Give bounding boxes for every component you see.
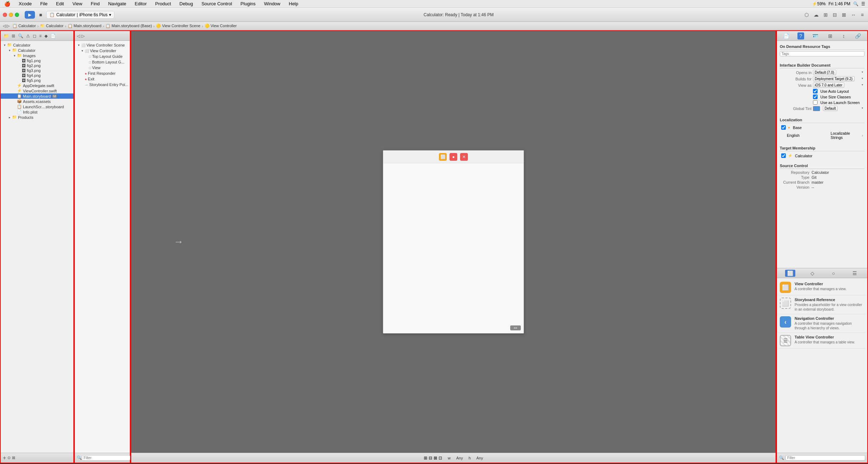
breadcrumb-base[interactable]: 📋 Main.storyboard (Base) bbox=[106, 24, 152, 28]
minimize-button[interactable] bbox=[9, 13, 13, 17]
builds-for-select[interactable]: Deployment Target (9.2) bbox=[813, 76, 855, 81]
tree-item-assets[interactable]: 📦 Assets.xcassets bbox=[1, 99, 73, 104]
connections-inspector-tab[interactable]: 🔗 bbox=[853, 32, 863, 39]
obj-vc-tab[interactable]: ⬜ bbox=[785, 270, 795, 277]
obj-table-tab[interactable]: ☰ bbox=[850, 270, 859, 277]
nav-debug-icon[interactable]: ≡ bbox=[38, 33, 42, 39]
auto-layout-checkbox[interactable] bbox=[813, 89, 818, 93]
tree-item-fig2[interactable]: 🖼 fig2.png bbox=[1, 63, 73, 68]
menu-debug[interactable]: Debug bbox=[178, 1, 194, 6]
outline-item-top-layout[interactable]: □ Top Layout Guide bbox=[75, 54, 130, 59]
global-tint-swatch[interactable] bbox=[813, 106, 820, 111]
outline-forward-icon[interactable]: ▷ bbox=[82, 33, 85, 38]
split-view-icon[interactable]: ⊟ bbox=[831, 11, 838, 18]
nav-breakpoint-icon[interactable]: ◆ bbox=[44, 33, 48, 39]
file-inspector-tab[interactable]: 📄 bbox=[781, 32, 791, 39]
any-width-label[interactable]: Any bbox=[456, 456, 463, 460]
obj-lib-nav-controller[interactable]: ‹ Navigation Controller A controller tha… bbox=[778, 314, 866, 333]
maximize-button[interactable] bbox=[15, 13, 19, 17]
run-button[interactable]: ▶ bbox=[25, 11, 35, 19]
nav-search-icon[interactable]: 🔍 bbox=[17, 33, 24, 39]
tags-input[interactable] bbox=[780, 51, 864, 56]
close-button[interactable] bbox=[3, 13, 7, 17]
identity-inspector-tab[interactable]: 🪪 bbox=[810, 32, 820, 39]
nav-test-icon[interactable]: ◻ bbox=[32, 33, 37, 39]
size-icon-3[interactable]: ⊠ bbox=[434, 456, 437, 460]
tree-item-products[interactable]: 📁 Products bbox=[1, 115, 73, 120]
menu-editor[interactable]: Editor bbox=[133, 1, 148, 6]
menu-file[interactable]: File bbox=[39, 1, 49, 6]
menu-source-control[interactable]: Source Control bbox=[200, 1, 234, 6]
opens-in-select[interactable]: Default (7.0) bbox=[813, 70, 836, 75]
outline-back-icon[interactable]: ◁ bbox=[77, 33, 80, 38]
size-icon-4[interactable]: ⊡ bbox=[439, 456, 442, 460]
tree-item-images[interactable]: 📁 Images bbox=[1, 53, 73, 58]
breadcrumb-mainstoryboard[interactable]: 📋 Main.storyboard bbox=[68, 24, 102, 28]
obj-lib-storyboard-ref[interactable]: ⬜ Storyboard Reference Provides a placeh… bbox=[778, 295, 866, 314]
view-as-select[interactable]: iOS 7.0 and Later bbox=[813, 83, 844, 88]
nav-add-button[interactable]: + bbox=[3, 455, 6, 461]
obj-circle-tab[interactable]: ○ bbox=[830, 270, 837, 277]
exit-icon[interactable]: ✕ bbox=[460, 153, 468, 161]
breadcrumb-vc[interactable]: 🟡 View Controller bbox=[205, 24, 237, 28]
vc-icon[interactable]: ⬜ bbox=[439, 153, 447, 161]
menu-help[interactable]: Help bbox=[288, 1, 300, 6]
menu-xcode[interactable]: Xcode bbox=[17, 1, 33, 6]
menu-view[interactable]: View bbox=[71, 1, 84, 6]
storyboard-frame[interactable]: ⬜ ● ✕ ≡≡ bbox=[383, 150, 524, 334]
nav-warning-icon[interactable]: ⚠ bbox=[25, 33, 31, 39]
apple-menu[interactable]: 🍎 bbox=[3, 1, 12, 7]
storyboard-content[interactable] bbox=[383, 163, 524, 333]
outline-item-first-responder[interactable]: ● First Responder bbox=[75, 71, 130, 76]
assistant-icon[interactable]: ⊠ bbox=[840, 11, 848, 18]
global-tint-select[interactable]: Default bbox=[823, 106, 838, 111]
scheme-selector[interactable]: 📋 Calculator | iPhone 6s Plus ▾ bbox=[46, 11, 114, 19]
layout-icon[interactable]: ⊞ bbox=[822, 11, 829, 18]
tree-item-mainstoryboard[interactable]: 📋 Main.storyboard M bbox=[1, 93, 73, 99]
attributes-inspector-tab[interactable]: ⊞ bbox=[826, 32, 834, 39]
menu-edit[interactable]: Edit bbox=[55, 1, 65, 6]
nav-source-icon[interactable]: ⊞ bbox=[11, 33, 16, 39]
nav-report-icon[interactable]: 📄 bbox=[50, 33, 56, 39]
obj-lib-view-controller[interactable]: ⬜ View Controller A controller that mana… bbox=[778, 280, 866, 295]
quick-help-tab[interactable]: ? bbox=[797, 32, 804, 39]
stop-button[interactable]: ■ bbox=[38, 11, 43, 18]
tree-item-appdelegate[interactable]: ⚡ AppDelegate.swift bbox=[1, 83, 73, 88]
responder-icon[interactable]: ● bbox=[450, 153, 457, 161]
outline-item-storyboard-entry[interactable]: → Storyboard Entry Poi... bbox=[75, 82, 130, 87]
size-icon-1[interactable]: ⊞ bbox=[424, 456, 427, 460]
hide-icon[interactable]: ↔ bbox=[850, 11, 857, 18]
menu-plugins[interactable]: Plugins bbox=[239, 1, 257, 6]
outline-item-view[interactable]: □ View bbox=[75, 65, 130, 71]
tree-item-fig1[interactable]: 🖼 fig1.png bbox=[1, 58, 73, 63]
size-inspector-tab[interactable]: ↕ bbox=[840, 32, 847, 39]
obj-shapes-tab[interactable]: ◇ bbox=[808, 270, 816, 277]
tree-item-viewcontroller[interactable]: ⚡ ViewController.swift bbox=[1, 88, 73, 93]
size-classes-checkbox[interactable] bbox=[813, 94, 818, 99]
breadcrumb-calc[interactable]: 📋 Calculator bbox=[12, 24, 36, 28]
nav-folder-icon[interactable]: 📁 bbox=[3, 33, 10, 39]
tree-item-calc-root[interactable]: 📁 Calculator bbox=[1, 42, 73, 48]
outline-item-vc-scene[interactable]: ⬜ View Controller Scene bbox=[75, 42, 130, 48]
navigator-toggle[interactable]: ≡ bbox=[860, 11, 865, 18]
launch-screen-checkbox[interactable] bbox=[813, 100, 818, 105]
outline-item-exit[interactable]: ● Exit bbox=[75, 76, 130, 82]
list-icon[interactable]: ☰ bbox=[861, 1, 865, 6]
outline-filter-input[interactable] bbox=[82, 455, 130, 460]
tree-item-fig3[interactable]: 🖼 fig3.png bbox=[1, 68, 73, 73]
menu-window[interactable]: Window bbox=[263, 1, 282, 6]
activity-icon[interactable]: ☁ bbox=[812, 11, 820, 18]
target-calc-checkbox[interactable] bbox=[781, 153, 786, 158]
menu-navigate[interactable]: Navigate bbox=[107, 1, 127, 6]
search-menubar-icon[interactable]: 🔍 bbox=[853, 1, 858, 6]
any-height-label[interactable]: Any bbox=[476, 456, 483, 460]
base-checkbox[interactable] bbox=[781, 125, 786, 130]
tree-item-fig5[interactable]: 🖼 fig5.png bbox=[1, 78, 73, 83]
size-icon-2[interactable]: ⊟ bbox=[429, 456, 432, 460]
breadcrumb-calc2[interactable]: 📁 Calculator bbox=[40, 24, 64, 28]
tree-item-launchscr[interactable]: 📋 LaunchScr....storyboard bbox=[1, 104, 73, 109]
outline-item-bottom-layout[interactable]: □ Bottom Layout G... bbox=[75, 59, 130, 65]
menu-product[interactable]: Product bbox=[154, 1, 173, 6]
menu-find[interactable]: Find bbox=[89, 1, 101, 6]
tree-item-calc-sub[interactable]: 📁 Calculator bbox=[1, 48, 73, 53]
